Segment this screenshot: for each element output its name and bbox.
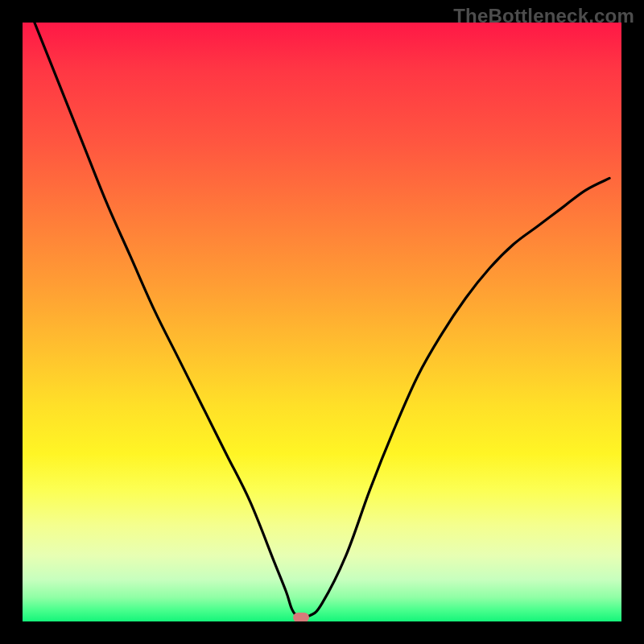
- watermark-text: TheBottleneck.com: [453, 5, 634, 27]
- chart-frame: TheBottleneck.com: [0, 0, 644, 644]
- bottleneck-curve: [23, 23, 621, 621]
- optimal-point-marker: [293, 613, 309, 621]
- plot-area: [23, 23, 621, 621]
